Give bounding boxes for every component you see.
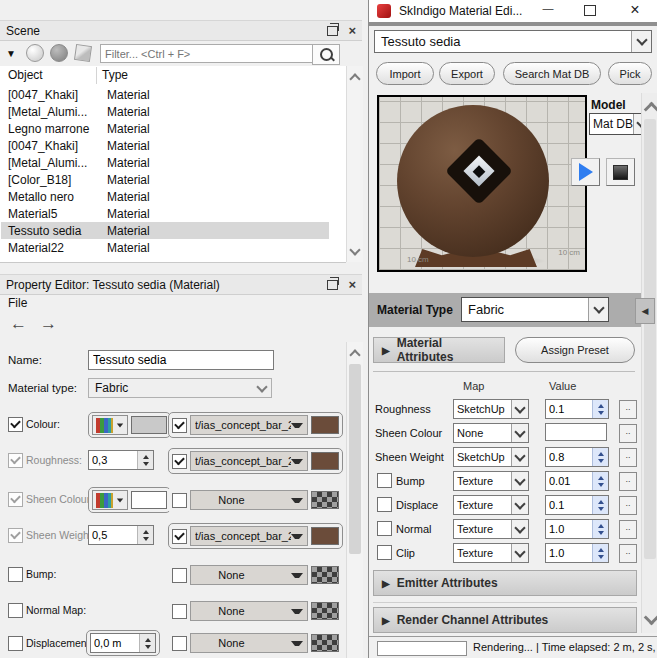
sheen-weight-stepper[interactable] <box>88 525 154 545</box>
scrollbar-thumb[interactable] <box>644 119 656 559</box>
bump-value-stepper[interactable] <box>545 471 609 491</box>
chevron-down-icon[interactable] <box>511 472 528 490</box>
sheen-colour-map-select[interactable]: None <box>190 490 308 510</box>
colour-picker-button[interactable] <box>92 415 128 435</box>
normal-value-stepper[interactable] <box>545 519 609 539</box>
panel-scrollbar[interactable] <box>641 93 657 633</box>
bump-map-swatch[interactable] <box>311 566 339 584</box>
normal-map-select[interactable]: None <box>190 601 308 621</box>
colour-checkbox[interactable] <box>8 417 23 432</box>
sheen-colour-map-checkbox[interactable] <box>172 493 187 508</box>
value-input[interactable] <box>546 448 592 466</box>
clip-map-select[interactable]: Texture <box>453 543 529 563</box>
browse-button[interactable]: .. <box>619 496 637 515</box>
chevron-down-icon[interactable] <box>511 448 528 466</box>
roughness-value[interactable] <box>89 451 137 469</box>
close-button[interactable]: × <box>617 1 653 19</box>
roughness-map-select[interactable]: SketchUp <box>453 399 529 419</box>
assign-preset-button[interactable]: Assign Preset <box>515 337 635 363</box>
scroll-up-icon[interactable] <box>644 102 657 118</box>
roughness-map-swatch[interactable] <box>311 452 339 470</box>
menu-file[interactable]: File <box>8 296 27 310</box>
list-item[interactable]: [Metal_Alumi...Material <box>1 154 329 171</box>
scrollbar-thumb[interactable] <box>349 364 361 554</box>
bump-enable-checkbox[interactable] <box>377 473 392 488</box>
list-item[interactable]: [0047_Khaki]Material <box>1 86 329 103</box>
material-select[interactable]: Tessuto sedia <box>374 30 652 53</box>
list-item[interactable]: Tessuto sediaMaterial <box>1 222 329 239</box>
sheen-weight-map-swatch[interactable] <box>311 527 339 545</box>
column-header-type[interactable]: Type <box>102 68 128 82</box>
spinner-buttons[interactable] <box>592 400 608 418</box>
clip-enable-checkbox[interactable] <box>377 545 392 560</box>
roughness-map-select[interactable]: t/ias_concept_bar_20: <box>190 451 308 471</box>
material-attributes-header[interactable]: ▶ Material Attributes <box>373 337 505 363</box>
displacement-stepper[interactable] <box>90 633 156 653</box>
value-input[interactable] <box>546 520 592 538</box>
sheen-colour-checkbox[interactable] <box>8 492 23 507</box>
bump-checkbox[interactable] <box>8 567 23 582</box>
roughness-stepper[interactable] <box>88 450 154 470</box>
list-item[interactable]: [Metal_Alumi...Material <box>1 103 329 120</box>
normal-map-swatch[interactable] <box>311 602 339 620</box>
displacement-value[interactable] <box>91 634 139 652</box>
colour-map-swatch[interactable] <box>311 416 339 434</box>
pick-button[interactable]: Pick <box>608 62 652 85</box>
chevron-down-icon[interactable] <box>511 424 528 442</box>
collapse-panel-button[interactable]: ◀ <box>635 298 655 324</box>
bump-map-checkbox[interactable] <box>172 568 187 583</box>
close-panel-icon[interactable]: × <box>348 280 356 290</box>
spinner-buttons[interactable] <box>139 634 155 652</box>
group-sphere-icon[interactable] <box>50 44 68 62</box>
spinner-buttons[interactable] <box>137 451 153 469</box>
value-input[interactable] <box>546 544 592 562</box>
sheen-weight-value[interactable] <box>89 526 137 544</box>
chevron-down-icon[interactable] <box>588 298 608 321</box>
spinner-buttons[interactable] <box>592 472 608 490</box>
sheen-weight-checkbox[interactable] <box>8 528 23 543</box>
bump-map-select[interactable]: Texture <box>453 471 529 491</box>
browse-button[interactable]: .. <box>619 448 637 467</box>
window-titlebar[interactable]: SkIndigo Material Edi... — × <box>369 0 657 22</box>
bump-map-select[interactable]: None <box>190 565 308 585</box>
displacement-map-select[interactable]: None <box>190 633 308 653</box>
chevron-down-icon[interactable] <box>631 31 651 52</box>
list-item[interactable]: Material5Material <box>1 205 329 222</box>
filter-input[interactable] <box>100 44 316 63</box>
minimize-button[interactable]: — <box>533 2 563 14</box>
component-sphere-icon[interactable] <box>26 44 44 62</box>
material-type-select[interactable]: Fabric <box>461 297 609 322</box>
chevron-down-icon[interactable] <box>511 496 528 514</box>
sheen-weight-map-select[interactable]: t/ias_concept_bar_20: <box>190 526 308 546</box>
list-item[interactable]: Legno marroneMaterial <box>1 120 329 137</box>
spinner-buttons[interactable] <box>592 448 608 466</box>
value-input[interactable] <box>546 400 592 418</box>
chevron-down-icon[interactable] <box>511 544 528 562</box>
displacement-checkbox[interactable] <box>8 636 23 651</box>
list-item[interactable]: Material22Material <box>1 239 329 256</box>
cube-icon[interactable] <box>74 44 92 62</box>
spinner-buttons[interactable] <box>592 496 608 514</box>
list-item[interactable]: Metallo neroMaterial <box>1 188 329 205</box>
normal-map-select[interactable]: Texture <box>453 519 529 539</box>
browse-button[interactable]: .. <box>619 400 637 419</box>
browse-button[interactable]: .. <box>619 424 637 443</box>
list-item[interactable]: [0047_Khaki]Material <box>1 137 329 154</box>
spinner-buttons[interactable] <box>592 520 608 538</box>
browse-button[interactable]: .. <box>619 520 637 539</box>
sheen-colour-map-select[interactable]: None <box>453 423 529 443</box>
chevron-down-icon[interactable] <box>511 400 528 418</box>
float-panel-icon[interactable] <box>327 26 338 36</box>
displace-enable-checkbox[interactable] <box>377 497 392 512</box>
sheen-weight-map-select[interactable]: SketchUp <box>453 447 529 467</box>
scene-menu-dropdown-icon[interactable]: ▼ <box>6 48 16 59</box>
scene-scrollbar[interactable] <box>346 66 363 262</box>
float-panel-icon[interactable] <box>327 280 338 290</box>
close-panel-icon[interactable]: × <box>348 26 356 36</box>
scroll-down-icon[interactable] <box>644 610 657 626</box>
property-editor-scrollbar[interactable] <box>346 342 363 658</box>
browse-button[interactable]: .. <box>619 472 637 491</box>
emitter-attributes-header[interactable]: ▶ Emitter Attributes <box>373 570 637 596</box>
roughness-checkbox[interactable] <box>8 453 23 468</box>
value-input[interactable] <box>546 472 592 490</box>
